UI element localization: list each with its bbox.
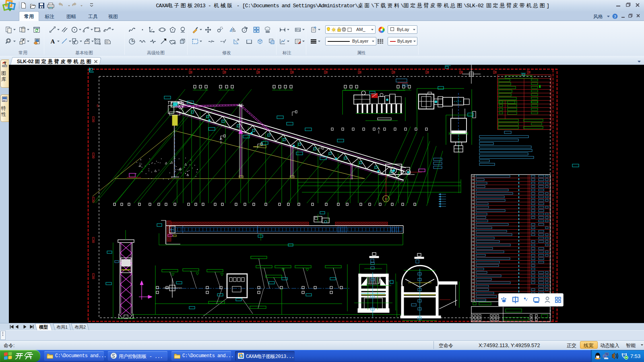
svg-text:T: T [385, 197, 387, 201]
svg-text:A: A [220, 137, 222, 141]
svg-text:A: A [51, 38, 55, 45]
svg-text:.1: .1 [298, 29, 301, 31]
svg-text:A: A [378, 126, 380, 130]
svg-text:5: 5 [97, 104, 99, 108]
svg-text:?: ? [614, 14, 616, 19]
